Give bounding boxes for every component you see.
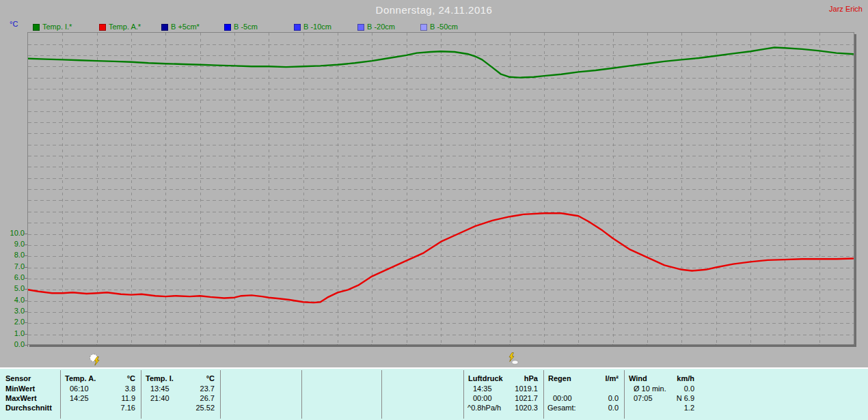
table-column-divider xyxy=(141,370,141,419)
y-tick-label: 4.0 xyxy=(0,296,25,305)
table-header-unit: km/h xyxy=(629,374,694,383)
table-column-divider xyxy=(624,370,625,419)
summary-table: SensorMinWertMaxWertDurchschnittTemp. A.… xyxy=(0,367,868,420)
table-value-cell: 23.7 xyxy=(146,384,215,393)
legend: Temp. I.*Temp. A.*B +5cm*B -5cmB -10cmB … xyxy=(0,0,868,31)
table-value-cell: 1019.1 xyxy=(468,384,538,393)
table-value-cell: N 6.9 xyxy=(629,394,694,403)
table-value-cell: 1.2 xyxy=(629,404,694,412)
weather-day-view: Donnerstag, 24.11.2016 Jarz Erich °C Tem… xyxy=(0,0,868,420)
legend-item-label: B -5cm xyxy=(234,23,258,31)
series-line-temp-i- xyxy=(28,48,854,78)
table-value-cell: 7.16 xyxy=(65,404,135,412)
y-tick-label: 0.0 xyxy=(0,340,25,349)
legend-item-b-10cm[interactable]: B -10cm xyxy=(294,20,331,29)
legend-item-label: B -10cm xyxy=(303,23,331,31)
chart-plot-area xyxy=(27,32,854,345)
legend-item-label: B -50cm xyxy=(430,23,458,31)
table-row-label: MinWert xyxy=(5,384,59,393)
legend-item-b-50cm[interactable]: B -50cm xyxy=(420,20,458,29)
table-row-label: Durchschnitt xyxy=(5,404,59,412)
legend-color-swatch xyxy=(357,24,364,31)
table-column-divider xyxy=(463,370,464,419)
y-tick-label: 1.0 xyxy=(0,329,25,338)
table-column-divider xyxy=(543,370,544,419)
sunset-marker-icon xyxy=(506,352,520,365)
y-tick-label: 9.0 xyxy=(0,240,25,249)
table-row-label: MaxWert xyxy=(5,394,59,403)
table-column-divider xyxy=(220,370,221,419)
legend-item-label: B -20cm xyxy=(367,23,395,31)
table-header-unit: °C xyxy=(146,374,215,383)
legend-item-label: Temp. A.* xyxy=(109,23,141,31)
legend-color-swatch xyxy=(161,24,168,31)
legend-item-temp-a-[interactable]: Temp. A.* xyxy=(99,20,141,29)
table-value-cell: 1020.3 xyxy=(468,404,538,412)
table-column-divider xyxy=(301,370,302,419)
y-tick-label: 8.0 xyxy=(0,251,25,260)
legend-item-b-20cm[interactable]: B -20cm xyxy=(357,20,395,29)
table-value-cell: 26.7 xyxy=(146,394,215,403)
series-line-temp-a- xyxy=(28,213,854,303)
table-value-cell: 0.0 xyxy=(629,384,694,393)
legend-color-swatch xyxy=(294,24,301,31)
table-value-cell: 0.0 xyxy=(548,394,619,403)
legend-item-b-5cm-[interactable]: B +5cm* xyxy=(161,20,200,29)
y-tick-label: 6.0 xyxy=(0,273,25,282)
legend-item-temp-i-[interactable]: Temp. I.* xyxy=(33,20,72,29)
legend-color-swatch xyxy=(33,24,40,31)
table-column-divider xyxy=(60,370,61,419)
table-column-divider xyxy=(381,370,382,419)
y-tick-label: 3.0 xyxy=(0,307,25,316)
y-tick-label: 10.0 xyxy=(0,229,25,238)
table-value-cell: 0.0 xyxy=(548,404,619,412)
legend-item-label: B +5cm* xyxy=(171,23,200,31)
legend-color-swatch xyxy=(224,24,231,31)
legend-color-swatch xyxy=(99,24,106,31)
table-value-cell: 11.9 xyxy=(65,394,135,403)
table-header-unit: l/m² xyxy=(548,374,619,383)
chart-canvas xyxy=(28,33,854,344)
y-tick-label: 7.0 xyxy=(0,262,25,271)
table-value-cell: 25.52 xyxy=(146,404,215,412)
table-header-unit: °C xyxy=(65,374,135,383)
legend-color-swatch xyxy=(420,24,427,31)
legend-item-label: Temp. I.* xyxy=(42,23,72,31)
table-row-label: Sensor xyxy=(5,374,59,383)
y-tick-label: 2.0 xyxy=(0,318,25,326)
y-tick-label: 5.0 xyxy=(0,284,25,293)
table-value-cell: 3.8 xyxy=(65,384,135,393)
legend-item-b-5cm[interactable]: B -5cm xyxy=(224,20,258,29)
table-value-cell: 1021.7 xyxy=(468,394,538,403)
sunrise-marker-icon xyxy=(88,353,102,367)
table-header-unit: hPa xyxy=(468,374,538,383)
